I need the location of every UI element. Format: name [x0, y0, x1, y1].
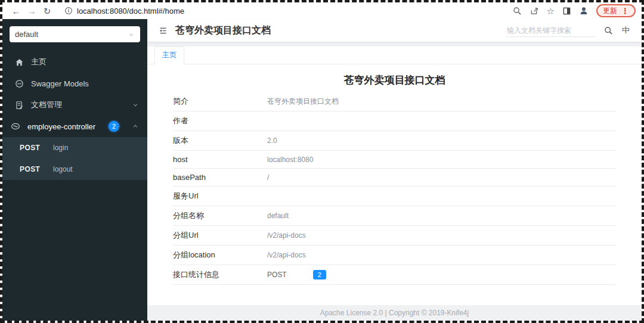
sidebar: default 主页 Swagger Models	[2, 19, 147, 321]
search-icon[interactable]	[604, 26, 613, 35]
refresh-icon[interactable]: ↻	[39, 7, 55, 15]
tab-bar: 主页	[147, 46, 642, 64]
sidebar-item-label: employee-controller	[27, 122, 95, 131]
row-label: 分组Url	[173, 230, 267, 241]
zoom-icon[interactable]	[513, 7, 522, 15]
stat-method-label: POST	[267, 271, 287, 279]
controller-submenu: POST login POST logout	[2, 137, 147, 180]
http-method: POST	[20, 165, 53, 173]
http-method: POST	[20, 144, 53, 152]
table-row: 分组location /v2/api-docs	[173, 246, 616, 265]
stat-count-badge: 2	[313, 270, 326, 279]
sidebar-item-doc-manage[interactable]: 文档管理	[2, 94, 147, 116]
table-row: 版本 2.0	[173, 131, 616, 151]
search-input[interactable]	[506, 24, 595, 37]
chevron-up-icon	[132, 123, 139, 130]
doc-content: 苍穹外卖项目接口文档 简介 苍穹外卖项目接口文档 作者 版本 2.0 host …	[147, 64, 642, 305]
row-value: /v2/api-docs	[267, 251, 306, 259]
table-row: 简介 苍穹外卖项目接口文档	[173, 92, 616, 111]
info-icon	[64, 7, 73, 15]
models-icon	[15, 79, 24, 88]
tab-panel-icon[interactable]	[562, 7, 571, 15]
table-row: 作者	[173, 111, 616, 131]
update-label: 更新	[603, 6, 617, 16]
profile-icon[interactable]	[579, 6, 589, 15]
controller-icon	[11, 122, 20, 131]
row-label: 作者	[173, 116, 267, 126]
api-item-logout[interactable]: POST logout	[2, 159, 147, 180]
row-label: 接口统计信息	[173, 269, 267, 280]
api-item-label: logout	[53, 165, 73, 173]
row-value: /	[267, 173, 269, 182]
sidebar-item-label: 文档管理	[31, 100, 62, 110]
row-label: 简介	[173, 96, 267, 107]
home-icon	[15, 58, 24, 67]
share-icon[interactable]	[530, 7, 539, 15]
chevron-down-icon	[132, 101, 139, 108]
bookmark-star-icon[interactable]: ☆	[547, 7, 555, 15]
sidebar-item-label: Swagger Models	[31, 79, 89, 88]
table-row: 分组名称 default	[173, 206, 616, 226]
menu-fold-icon[interactable]	[147, 26, 175, 35]
forward-icon[interactable]: →	[24, 7, 39, 15]
url-text: localhost:8080/doc.html#/home	[77, 7, 184, 15]
table-row: 服务Url	[173, 187, 616, 206]
back-icon[interactable]: ←	[8, 7, 24, 15]
table-row: 接口统计信息 POST 2	[173, 265, 616, 285]
row-value: localhost:8080	[267, 156, 313, 164]
table-row: 分组Url /v2/api-docs	[173, 226, 616, 246]
browser-menu-icon[interactable]: ⋮	[621, 7, 629, 15]
main-area: 苍穹外卖项目接口文档 中 主页 苍穹外卖项目接口文档 简介 苍穹外卖项目接口文档	[147, 19, 642, 321]
api-item-login[interactable]: POST login	[2, 137, 147, 159]
tab-home[interactable]: 主页	[154, 46, 184, 64]
doc-title: 苍穹外卖项目接口文档	[147, 73, 642, 87]
row-label: basePath	[173, 173, 267, 182]
row-label: host	[173, 155, 267, 164]
sidebar-item-home[interactable]: 主页	[2, 51, 147, 73]
browser-toolbar: ← → ↻ localhost:8080/doc.html#/home ☆ 更新…	[2, 2, 642, 19]
row-label: 分组location	[173, 250, 267, 260]
row-value: 2.0	[267, 136, 277, 145]
app-header: 苍穹外卖项目接口文档 中	[147, 19, 642, 42]
table-row: host localhost:8080	[173, 151, 616, 169]
sidebar-item-label: 主页	[31, 57, 47, 67]
sidebar-item-swagger-models[interactable]: Swagger Models	[2, 73, 147, 94]
doc-manage-icon	[15, 101, 24, 110]
api-item-label: login	[53, 144, 68, 152]
address-bar[interactable]: localhost:8080/doc.html#/home	[64, 7, 184, 15]
row-value: /v2/api-docs	[267, 231, 306, 240]
row-value: default	[267, 212, 289, 220]
sidebar-item-employee-controller[interactable]: employee-controller 2	[2, 116, 147, 137]
group-select[interactable]: default	[10, 26, 140, 42]
license-text: Apache License 2.0 | Copyright © 2019-Kn…	[320, 309, 469, 317]
language-toggle[interactable]: 中	[622, 25, 630, 36]
table-row: basePath /	[173, 169, 616, 187]
app-title: 苍穹外卖项目接口文档	[175, 24, 271, 37]
row-label: 服务Url	[173, 191, 267, 201]
api-count-badge: 2	[109, 121, 119, 132]
header-gap	[147, 42, 642, 46]
row-label: 分组名称	[173, 210, 267, 221]
info-table: 简介 苍穹外卖项目接口文档 作者 版本 2.0 host localhost:8…	[173, 92, 616, 285]
footer: Apache License 2.0 | Copyright © 2019-Kn…	[147, 305, 642, 321]
group-select-value: default	[15, 30, 38, 39]
row-label: 版本	[173, 135, 267, 146]
row-value: 苍穹外卖项目接口文档	[267, 97, 339, 107]
chrome-update-button[interactable]: 更新 ⋮	[596, 4, 636, 17]
chevron-down-icon	[128, 31, 135, 38]
